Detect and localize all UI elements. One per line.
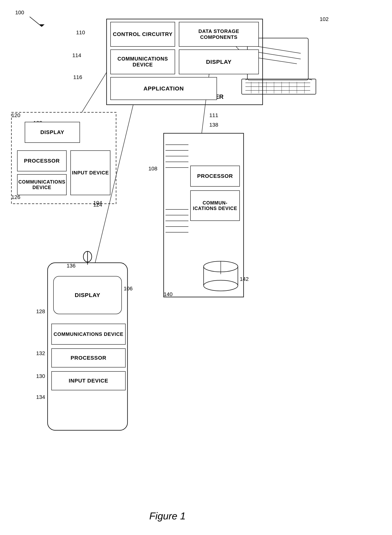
- ref-132: 132: [36, 350, 45, 357]
- handheld-comms-box: COMMUNICATIONS DEVICE: [51, 324, 126, 345]
- svg-line-32: [246, 79, 247, 80]
- ref-111: 111: [209, 112, 218, 118]
- ref-134: 134: [36, 394, 45, 400]
- ref-136: 136: [67, 263, 75, 269]
- display-server-box: DISPLAY: [179, 50, 259, 74]
- figure-caption: Figure 1: [129, 510, 205, 522]
- ref-120: 120: [11, 112, 20, 118]
- svg-marker-44: [40, 24, 45, 27]
- svg-line-38: [82, 72, 107, 112]
- ref-124: 124: [93, 202, 102, 208]
- ref-114: 114: [72, 52, 81, 58]
- server-comms-box: COMMUN-ICATIONS DEVICE: [190, 190, 240, 221]
- svg-point-34: [204, 261, 238, 272]
- ref-142: 142: [240, 276, 249, 282]
- ref-140: 140: [164, 291, 173, 297]
- control-circuitry-box: CONTROL CIRCUITRY: [110, 22, 175, 47]
- handheld-display-box: DISPLAY: [53, 276, 122, 314]
- svg-line-17: [253, 46, 301, 53]
- svg-line-19: [253, 57, 297, 64]
- ref-106: 106: [124, 286, 133, 292]
- mobile-input-box: INPUT DEVICE: [70, 150, 110, 195]
- ref-138: 138: [209, 122, 218, 128]
- handheld-input-box: INPUT DEVICE: [51, 371, 126, 390]
- mobile-display-box: DISPLAY: [25, 122, 80, 143]
- ref-110: 110: [76, 29, 85, 36]
- handheld-processor-box: PROCESSOR: [51, 348, 126, 367]
- ref-130: 130: [36, 373, 45, 379]
- svg-line-43: [30, 17, 42, 27]
- ref-100: 100: [15, 9, 24, 16]
- application-box: APPLICATION: [110, 77, 217, 100]
- ref-102: 102: [320, 16, 329, 22]
- svg-rect-20: [242, 79, 316, 94]
- comms-device-server-box: COMMUNICATIONS DEVICE: [110, 50, 175, 74]
- server-processor-box: PROCESSOR: [190, 166, 240, 187]
- ref-108: 108: [149, 166, 157, 172]
- mobile-processor-box: PROCESSOR: [17, 150, 67, 171]
- svg-point-3: [83, 251, 92, 262]
- mobile-comms-box: COMMUNICATIONS DEVICE: [17, 174, 67, 195]
- data-storage-box: DATA STORAGE COMPONENTS: [179, 22, 259, 47]
- svg-line-33: [308, 79, 312, 80]
- svg-line-18: [253, 52, 301, 59]
- ref-128: 128: [36, 308, 45, 314]
- svg-point-37: [204, 280, 238, 291]
- ref-116: 116: [73, 74, 82, 80]
